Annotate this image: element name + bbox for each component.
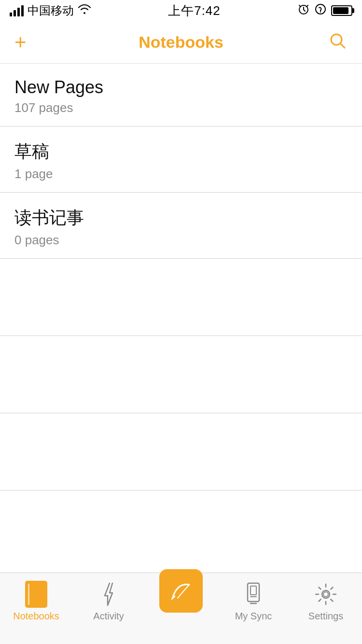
notebook-title: 草稿 bbox=[14, 140, 348, 164]
empty-section bbox=[0, 413, 362, 490]
compose-icon bbox=[159, 569, 203, 613]
empty-section bbox=[0, 259, 362, 336]
search-button[interactable] bbox=[328, 31, 348, 54]
tab-notebooks[interactable]: Notebooks bbox=[0, 579, 72, 622]
notebook-item[interactable]: 读书记事 0 pages bbox=[0, 193, 362, 259]
activity-tab-icon bbox=[95, 581, 122, 608]
tab-activity-label: Activity bbox=[93, 611, 124, 622]
tab-bar: Notebooks Activity bbox=[0, 573, 362, 644]
lock-rotation-icon bbox=[315, 3, 326, 18]
notebook-title: 读书记事 bbox=[14, 206, 348, 230]
notebooks-list: New Pages 107 pages 草稿 1 page 读书记事 0 pag… bbox=[0, 64, 362, 573]
notebook-count: 1 page bbox=[14, 167, 348, 182]
notebook-title: New Pages bbox=[14, 77, 348, 98]
carrier-label: 中国移动 bbox=[28, 3, 74, 18]
tab-mysync-label: My Sync bbox=[235, 611, 272, 622]
notebook-item[interactable]: 草稿 1 page bbox=[0, 126, 362, 193]
tab-notebooks-label: Notebooks bbox=[13, 611, 59, 622]
alarm-icon bbox=[297, 3, 310, 18]
add-notebook-button[interactable]: + bbox=[14, 32, 27, 53]
tab-mysync[interactable]: My Sync bbox=[217, 579, 290, 622]
notebook-count: 107 pages bbox=[14, 100, 348, 115]
tab-compose[interactable] bbox=[145, 569, 217, 616]
tab-settings-label: Settings bbox=[308, 611, 343, 622]
status-right bbox=[297, 3, 352, 18]
status-left: 中国移动 bbox=[10, 3, 91, 18]
nav-bar: + Notebooks bbox=[0, 21, 362, 64]
settings-tab-icon bbox=[312, 581, 339, 608]
empty-section bbox=[0, 336, 362, 413]
svg-point-3 bbox=[331, 34, 342, 45]
mysync-tab-icon bbox=[240, 581, 267, 608]
signal-icon bbox=[10, 5, 24, 16]
svg-point-7 bbox=[323, 592, 328, 597]
svg-point-2 bbox=[320, 12, 321, 13]
tab-settings[interactable]: Settings bbox=[290, 579, 362, 622]
battery-icon bbox=[331, 5, 352, 16]
tab-activity[interactable]: Activity bbox=[72, 579, 145, 622]
notebook-item[interactable]: New Pages 107 pages bbox=[0, 64, 362, 126]
notebooks-tab-icon bbox=[23, 581, 50, 608]
svg-rect-5 bbox=[251, 586, 256, 595]
page-title: Notebooks bbox=[139, 33, 223, 52]
status-time: 上午7:42 bbox=[168, 2, 221, 19]
status-bar: 中国移动 上午7:42 bbox=[0, 0, 362, 21]
notebook-count: 0 pages bbox=[14, 233, 348, 248]
wifi-icon bbox=[78, 3, 91, 18]
